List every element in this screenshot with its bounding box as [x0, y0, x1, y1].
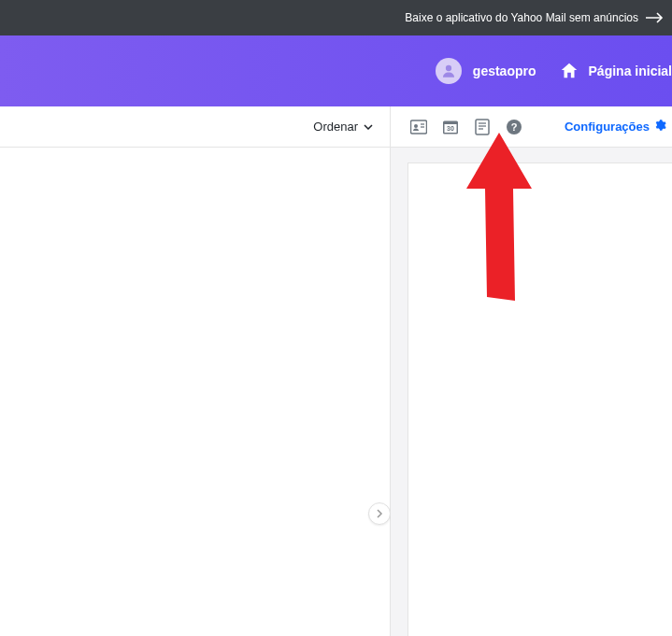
expand-pane-button[interactable]	[368, 502, 391, 525]
content-area	[0, 148, 672, 636]
svg-rect-8	[476, 120, 489, 134]
svg-text:30: 30	[447, 125, 454, 132]
notepad-icon[interactable]	[473, 118, 492, 136]
home-link[interactable]: Página inicial	[559, 61, 672, 81]
username-label[interactable]: gestaopro	[473, 64, 536, 78]
message-list-pane	[0, 148, 391, 636]
settings-label: Configurações	[565, 120, 650, 134]
toolbar: Ordenar 30 ? Configurações	[0, 106, 672, 148]
contacts-icon[interactable]	[409, 118, 428, 136]
help-icon[interactable]: ?	[505, 118, 523, 136]
preview-card	[407, 163, 672, 636]
home-label: Página inicial	[589, 64, 672, 78]
promo-banner[interactable]: Baixe o aplicativo do Yahoo Mail sem anú…	[0, 0, 672, 35]
svg-point-2	[414, 124, 418, 128]
promo-banner-text: Baixe o aplicativo do Yahoo Mail sem anú…	[405, 11, 638, 24]
gear-icon	[653, 119, 666, 134]
svg-text:?: ?	[511, 121, 518, 133]
icon-group: 30 ?	[409, 118, 523, 136]
settings-link[interactable]: Configurações	[565, 119, 666, 134]
sort-dropdown[interactable]: Ordenar	[313, 120, 373, 134]
avatar[interactable]	[436, 58, 462, 84]
main-header: gestaopro Página inicial	[0, 35, 672, 106]
chevron-down-icon	[364, 124, 373, 130]
home-icon	[559, 61, 579, 81]
sort-label: Ordenar	[313, 120, 358, 134]
toolbar-left: Ordenar	[0, 106, 391, 147]
calendar-icon[interactable]: 30	[441, 118, 460, 136]
preview-pane	[391, 148, 672, 636]
arrow-right-icon	[646, 11, 665, 24]
svg-point-0	[446, 65, 451, 71]
toolbar-right: 30 ? Configurações	[391, 106, 672, 147]
